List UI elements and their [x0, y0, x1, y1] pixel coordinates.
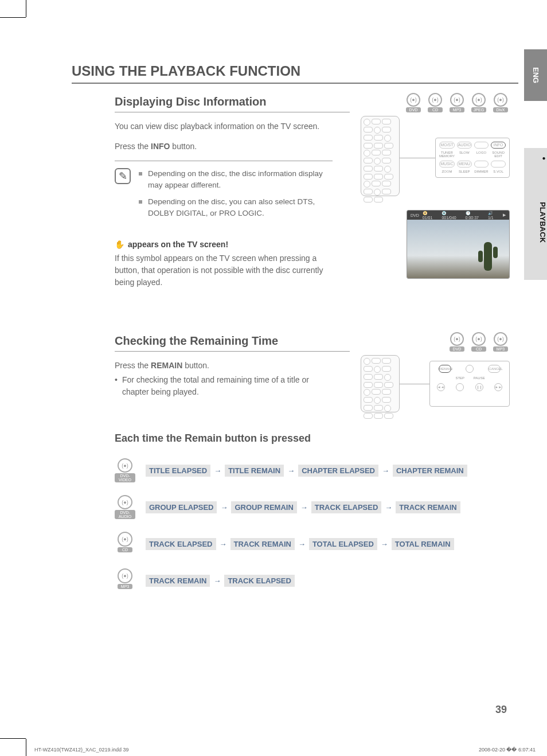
cycle-sequence: TRACK REMAIN→TRACK ELAPSED — [146, 575, 295, 587]
disc-type-badges: (●)DVD(●)CD(●)MP3 — [448, 332, 510, 354]
tv-info-bar: DVD📀 01/01💿 001/040🕐 0:00:37🔊 1/1▶ — [407, 211, 509, 220]
section-title: Displaying Disc Information — [115, 95, 350, 112]
disc-badge-mp3: (●)MP3 — [448, 93, 466, 115]
cycle-sequence: TRACK ELAPSED→TRACK REMAIN→TOTAL ELAPSED… — [146, 538, 454, 550]
note-item: Depending on the disc, the disc informat… — [139, 168, 333, 192]
disc-badge-dvd-audio: (●)DVD-AUDIO — [115, 495, 135, 519]
bullet-text: For checking the total and remaining tim… — [115, 374, 333, 398]
disc-badge-cd: (●)CD — [426, 93, 444, 115]
section-remaining-time: (●)DVD(●)CD(●)MP3 Checking the Remaining… — [115, 334, 518, 398]
cycle-row: (●)MP3TRACK REMAIN→TRACK ELAPSED — [115, 568, 518, 593]
footer-file: HT-WZ410(TWZ412)_XAC_0219.indd 39 — [34, 747, 129, 753]
disc-badge-mp3: (●)MP3 — [491, 332, 510, 354]
cycle-row: (●)DVD-VIDEOTITLE ELAPSED→TITLE REMAIN→C… — [115, 458, 518, 482]
remote-detail-info: MO/STAUDIOINFOTUNER MEMORYSLOWLOGOSOUND … — [435, 138, 510, 178]
main-title: USING THE PLAYBACK FUNCTION — [72, 63, 518, 84]
note-box: ✎ Depending on the disc, the disc inform… — [115, 161, 333, 224]
page-number: 39 — [495, 704, 507, 716]
footer-date: 2008-02-20 �� 6:07:41 — [479, 747, 536, 753]
cactus-illustration — [484, 242, 492, 271]
remote-detail-remain: REMAINCANCELSTEPPAUSE◄◄❙❙►► — [429, 361, 510, 407]
subsection-title: Each time the Remain button is pressed — [115, 432, 518, 445]
disc-badge-mp3: (●)MP3 — [115, 568, 135, 593]
cycle-row: (●)CDTRACK ELAPSED→TRACK REMAIN→TOTAL EL… — [115, 532, 518, 556]
cycle-sequence: GROUP ELAPSED→GROUP REMAIN→TRACK ELAPSED… — [146, 501, 460, 513]
section-title: Checking the Remaining Time — [115, 334, 350, 352]
disc-badge-dvd: (●)DVD — [404, 93, 423, 115]
remote-illustration — [361, 355, 400, 412]
disc-badge-dvd: (●)DVD — [448, 332, 466, 354]
note-icon: ✎ — [115, 168, 131, 184]
cycle-row: (●)DVD-AUDIOGROUP ELAPSED→GROUP REMAIN→T… — [115, 495, 518, 519]
tv-scene — [407, 220, 509, 279]
remote-remain-figure: REMAINCANCELSTEPPAUSE◄◄❙❙►► — [361, 355, 510, 412]
disc-badge-divx: (●)DivX — [491, 93, 510, 115]
section-displaying-disc-info: (●)DVD(●)CD(●)MP3(●)JPEG(●)DivX Displayi… — [115, 95, 518, 289]
remote-info-figure: MO/STAUDIOINFOTUNER MEMORYSLOWLOGOSOUND … — [361, 116, 510, 199]
disc-type-badges: (●)DVD(●)CD(●)MP3(●)JPEG(●)DivX — [404, 93, 510, 115]
note-item: Depending on the disc, you can also sele… — [139, 196, 333, 220]
print-footer: HT-WZ410(TWZ412)_XAC_0219.indd 39 2008-0… — [34, 747, 536, 753]
disc-badge-dvd-video: (●)DVD-VIDEO — [115, 458, 135, 482]
disc-badge-cd: (●)CD — [470, 332, 488, 354]
section-remain-cycle: Each time the Remain button is pressed (… — [115, 432, 518, 593]
remote-illustration — [361, 116, 400, 196]
warning-title: appears on the TV screen! — [115, 240, 333, 249]
disc-badge-cd: (●)CD — [115, 532, 135, 556]
disc-badge-jpeg: (●)JPEG — [470, 93, 488, 115]
cycle-sequence: TITLE ELAPSED→TITLE REMAIN→CHAPTER ELAPS… — [146, 465, 467, 477]
tv-screen-preview: DVD📀 01/01💿 001/040🕐 0:00:37🔊 1/1▶ — [407, 210, 510, 279]
warning-body: If this symbol appears on the TV screen … — [115, 252, 333, 289]
